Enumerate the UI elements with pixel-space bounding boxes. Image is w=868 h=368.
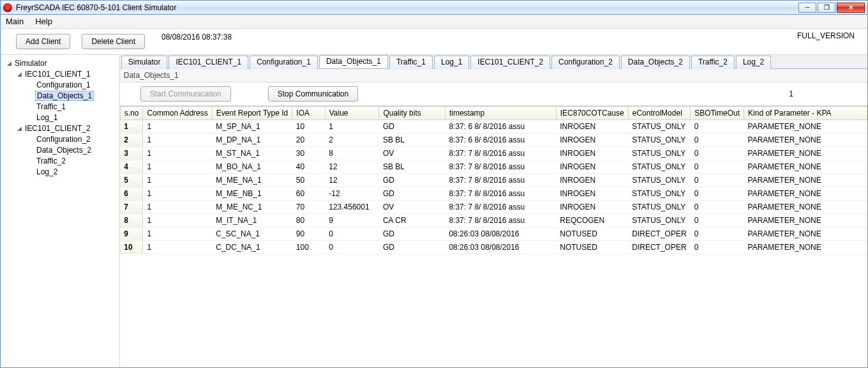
- tab-log-1[interactable]: Log_1: [434, 56, 469, 69]
- collapse-icon[interactable]: ◢: [16, 71, 22, 77]
- cell-ca: 1: [143, 120, 212, 134]
- cell-cot: NOTUSED: [556, 241, 628, 254]
- cell-qb: CA CR: [379, 214, 445, 227]
- cell-val: 12: [325, 174, 379, 187]
- add-client-button[interactable]: Add Client: [16, 34, 70, 49]
- table-row[interactable]: 51M_ME_NA_15012GD8:37: 7 8/ 8/2016 assuI…: [120, 174, 867, 187]
- cell-sno: 2: [120, 134, 143, 147]
- cell-ioa: 60: [292, 187, 325, 201]
- tab-data-objects-1[interactable]: Data_Objects_1: [319, 55, 388, 68]
- cell-ecm: STATUS_ONLY: [628, 160, 690, 174]
- tab-configuration-1[interactable]: Configuration_1: [250, 56, 318, 69]
- tab-data-objects-2[interactable]: Data_Objects_2: [621, 56, 690, 69]
- col-timestamp[interactable]: timestamp: [445, 107, 556, 120]
- cell-kpa: PARAMETER_NONE: [744, 201, 867, 214]
- cell-ts: 8:37: 6 8/ 8/2016 assu: [445, 120, 556, 134]
- cell-ioa: 50: [292, 174, 325, 187]
- stop-communication-button[interactable]: Stop Communication: [268, 86, 358, 102]
- data-objects-table[interactable]: s.no Common Address Event Report Type Id…: [120, 106, 867, 254]
- tree-data-objects-2[interactable]: Data_Objects_2: [3, 144, 117, 155]
- cell-ts: 8:37: 7 8/ 8/2016 assu: [445, 147, 556, 160]
- tree-data-objects-1[interactable]: Data_Objects_1: [3, 90, 117, 101]
- table-row[interactable]: 91C_SC_NA_1900GD08:26:03 08/08/2016NOTUS…: [120, 227, 867, 241]
- cell-ecm: STATUS_ONLY: [628, 174, 690, 187]
- cell-ca: 1: [143, 160, 212, 174]
- tree-client-2[interactable]: ◢IEC101_CLIENT_2: [3, 123, 117, 134]
- cell-sbo: 0: [691, 174, 744, 187]
- tree-traffic-1[interactable]: Traffic_1: [3, 101, 117, 112]
- menu-bar: Main Help: [1, 15, 867, 29]
- cell-qb: GD: [379, 227, 445, 241]
- tab-client-2[interactable]: IEC101_CLIENT_2: [470, 56, 550, 69]
- table-row[interactable]: 81M_IT_NA_1809CA CR8:37: 7 8/ 8/2016 ass…: [120, 214, 867, 227]
- col-common-address[interactable]: Common Address: [143, 107, 212, 120]
- cell-sbo: 0: [691, 227, 744, 241]
- cell-kpa: PARAMETER_NONE: [744, 174, 867, 187]
- col-ioa[interactable]: IOA: [292, 107, 325, 120]
- menu-main[interactable]: Main: [6, 17, 24, 26]
- col-kpa[interactable]: Kind of Parameter - KPA: [744, 107, 867, 120]
- cell-cot: INROGEN: [556, 187, 628, 201]
- menu-help[interactable]: Help: [35, 17, 52, 26]
- cell-val: 0: [325, 227, 379, 241]
- cell-kpa: PARAMETER_NONE: [744, 214, 867, 227]
- cell-qb: GD: [379, 174, 445, 187]
- cell-ca: 1: [143, 241, 212, 254]
- tab-client-1[interactable]: IEC101_CLIENT_1: [168, 56, 248, 69]
- cell-sno: 5: [120, 174, 143, 187]
- tree-client-1[interactable]: ◢IEC101_CLIENT_1: [3, 68, 117, 79]
- start-communication-button[interactable]: Start Communication: [140, 86, 231, 102]
- tree-configuration-1[interactable]: Configuration_1: [3, 79, 117, 90]
- col-cot-cause[interactable]: IEC870COTCause: [556, 107, 628, 120]
- cell-ts: 8:37: 7 8/ 8/2016 assu: [445, 187, 556, 201]
- table-row[interactable]: 31M_ST_NA_1308OV8:37: 7 8/ 8/2016 assuIN…: [120, 147, 867, 160]
- maximize-button[interactable]: ❐: [818, 3, 835, 13]
- window-title: FreyrSCADA IEC 60870-5-101 Client Simula…: [16, 3, 176, 12]
- tree-log-2[interactable]: Log_2: [3, 166, 117, 177]
- col-sbo-timeout[interactable]: SBOTimeOut: [691, 107, 744, 120]
- table-row[interactable]: 101C_DC_NA_11000GD08:26:03 08/08/2016NOT…: [120, 241, 867, 254]
- tree-configuration-2[interactable]: Configuration_2: [3, 134, 117, 144]
- table-row[interactable]: 41M_BO_NA_14012SB BL8:37: 7 8/ 8/2016 as…: [120, 160, 867, 174]
- tree-traffic-2[interactable]: Traffic_2: [3, 155, 117, 166]
- cell-ert: M_ST_NA_1: [212, 147, 292, 160]
- col-event-report-type[interactable]: Event Report Type Id: [212, 107, 292, 120]
- cell-ioa: 80: [292, 214, 325, 227]
- cell-val: 0: [325, 241, 379, 254]
- tab-log-2[interactable]: Log_2: [736, 56, 771, 69]
- col-econtrol-model[interactable]: eControlModel: [628, 107, 690, 120]
- close-button[interactable]: ✕: [837, 3, 865, 13]
- cell-ert: C_SC_NA_1: [212, 227, 292, 241]
- minimize-button[interactable]: ─: [798, 3, 816, 13]
- delete-client-button[interactable]: Delete Client: [82, 34, 145, 49]
- tab-traffic-1[interactable]: Traffic_1: [389, 56, 433, 69]
- tab-traffic-2[interactable]: Traffic_2: [691, 56, 735, 69]
- collapse-icon[interactable]: ◢: [16, 125, 22, 132]
- tree-log-1[interactable]: Log_1: [3, 112, 117, 123]
- cell-ecm: STATUS_ONLY: [628, 120, 690, 134]
- app-icon: [3, 3, 12, 12]
- cell-ts: 8:37: 7 8/ 8/2016 assu: [445, 160, 556, 174]
- tab-configuration-2[interactable]: Configuration_2: [551, 56, 620, 69]
- navigation-tree[interactable]: ◢Simulator ◢IEC101_CLIENT_1 Configuratio…: [1, 55, 120, 367]
- cell-sbo: 0: [691, 241, 744, 254]
- cell-ca: 1: [143, 214, 212, 227]
- cell-ts: 08:26:03 08/08/2016: [445, 241, 556, 254]
- table-row[interactable]: 71M_ME_NC_170123.456001OV8:37: 7 8/ 8/20…: [120, 201, 867, 214]
- cell-sbo: 0: [691, 214, 744, 227]
- cell-ts: 8:37: 6 8/ 8/2016 assu: [445, 134, 556, 147]
- cell-sno: 3: [120, 147, 143, 160]
- table-row[interactable]: 61M_ME_NB_160-12GD8:37: 7 8/ 8/2016 assu…: [120, 187, 867, 201]
- cell-sbo: 0: [691, 134, 744, 147]
- cell-qb: GD: [379, 120, 445, 134]
- table-row[interactable]: 21M_DP_NA_1202SB BL8:37: 6 8/ 8/2016 ass…: [120, 134, 867, 147]
- cell-sbo: 0: [691, 201, 744, 214]
- collapse-icon[interactable]: ◢: [6, 60, 12, 66]
- col-quality-bits[interactable]: Quality bits: [379, 107, 445, 120]
- tree-root[interactable]: ◢Simulator: [3, 57, 117, 68]
- table-row[interactable]: 11M_SP_NA_1101GD8:37: 6 8/ 8/2016 assuIN…: [120, 120, 867, 134]
- tab-simulator[interactable]: Simulator: [121, 56, 168, 69]
- col-value[interactable]: Value: [325, 107, 379, 120]
- cell-qb: SB BL: [379, 160, 445, 174]
- col-sno[interactable]: s.no: [120, 107, 143, 120]
